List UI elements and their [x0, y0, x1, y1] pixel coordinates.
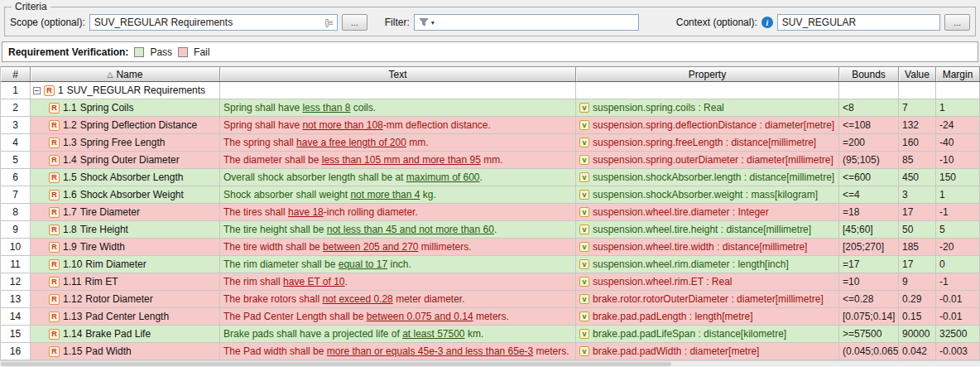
filter-funnel-icon[interactable]	[419, 17, 429, 27]
requirement-name-cell[interactable]: R 1.3 Spring Free Length	[31, 134, 220, 152]
value-cell[interactable]: 9	[899, 273, 936, 291]
requirement-text-cell[interactable]: Brake pads shall have a projected life o…	[220, 326, 576, 343]
table-row[interactable]: 11 R 1.10 Rim Diameter The rim diameter …	[1, 256, 980, 273]
table-row[interactable]: 6 R 1.5 Shock Absorber Length Overall sh…	[1, 169, 980, 186]
bounds-cell[interactable]: <=4	[839, 186, 899, 204]
bounds-cell[interactable]: =10	[839, 273, 899, 291]
table-row[interactable]: 16 R 1.15 Pad Width The Pad width shall …	[1, 343, 980, 360]
horizontal-scrollbar[interactable]	[0, 360, 980, 366]
property-cell[interactable]: v suspension.wheel.tire.height : distanc…	[576, 221, 839, 239]
requirement-text-cell[interactable]: The tire height shall be not less than 4…	[220, 221, 576, 239]
bounds-cell[interactable]: [205;270]	[839, 239, 899, 256]
requirement-text-cell[interactable]: The tire width shall be between 205 and …	[220, 239, 576, 256]
requirement-name-cell[interactable]: R 1.12 Rotor Diameter	[31, 291, 220, 308]
bounds-cell[interactable]: <=600	[839, 169, 899, 186]
margin-cell[interactable]: -24	[936, 117, 980, 134]
requirement-name-cell[interactable]: R 1.6 Shock Absorber Weight	[31, 186, 220, 204]
property-cell[interactable]: v suspension.spring.freeLength : distanc…	[576, 134, 839, 152]
value-cell[interactable]: 7	[899, 99, 936, 117]
value-cell[interactable]: 132	[899, 117, 936, 134]
margin-cell[interactable]	[936, 82, 980, 99]
scope-input[interactable]: SUV_REGULAR Requirements {}≡	[89, 14, 338, 31]
column-header-bounds[interactable]: Bounds	[839, 67, 899, 81]
requirement-name-cell[interactable]: R 1.13 Pad Center Length	[31, 308, 220, 326]
margin-cell[interactable]: 32500	[936, 326, 980, 343]
property-cell[interactable]: v suspension.shockAbsorber.length : dist…	[576, 169, 839, 186]
filter-dropdown-caret[interactable]: ▾	[431, 19, 435, 27]
column-header-number[interactable]: #	[1, 67, 31, 81]
margin-cell[interactable]: -40	[936, 134, 980, 152]
property-cell[interactable]: v suspension.wheel.tire.diameter : Integ…	[576, 204, 839, 221]
margin-cell[interactable]: -1	[936, 204, 980, 221]
table-row[interactable]: 13 R 1.12 Rotor Diameter The brake rotor…	[1, 291, 980, 308]
requirement-text-cell[interactable]: Spring shall have less than 8 coils.	[220, 99, 576, 117]
property-cell[interactable]: v suspension.spring.coils : Real	[576, 99, 839, 117]
context-browse-button[interactable]: ...	[944, 14, 970, 31]
property-cell[interactable]: v suspension.spring.outerDiameter : diam…	[576, 152, 839, 169]
property-cell[interactable]: v brake.pad.padWidth : diameter[metre]	[576, 343, 839, 360]
requirement-name-cell[interactable]: R 1.4 Spring Outer Diameter	[31, 152, 220, 169]
bounds-cell[interactable]: >=57500	[839, 326, 899, 343]
margin-cell[interactable]: -20	[936, 239, 980, 256]
requirement-name-cell[interactable]: R 1.7 Tire Diameter	[31, 204, 220, 221]
margin-cell[interactable]: 5	[936, 221, 980, 239]
property-cell[interactable]: v suspension.spring.deflectionDistance :…	[576, 117, 839, 134]
table-row[interactable]: 2 R 1.1 Spring Coils Spring shall have l…	[1, 99, 980, 117]
column-header-property[interactable]: Property	[576, 67, 839, 81]
scope-template-icon[interactable]: {}≡	[324, 18, 333, 27]
bounds-cell[interactable]: [0.075;0.14]	[839, 308, 899, 326]
value-cell[interactable]: 50	[899, 221, 936, 239]
margin-cell[interactable]: 1	[936, 99, 980, 117]
bounds-cell[interactable]: (95;105)	[839, 152, 899, 169]
property-cell[interactable]: v brake.pad.padLifeSpan : distance[kilom…	[576, 326, 839, 343]
bounds-cell[interactable]: [45;60]	[839, 221, 899, 239]
margin-cell[interactable]: -0.01	[936, 308, 980, 326]
margin-cell[interactable]: -10	[936, 152, 980, 169]
value-cell[interactable]: 85	[899, 152, 936, 169]
value-cell[interactable]: 3	[899, 186, 936, 204]
table-row[interactable]: 15 R 1.14 Brake Pad Life Brake pads shal…	[1, 326, 980, 343]
value-cell[interactable]: 0.29	[899, 291, 936, 308]
value-cell[interactable]: 185	[899, 239, 936, 256]
sort-ascending-icon[interactable]: △	[108, 70, 113, 79]
requirement-name-cell[interactable]: R 1.1 Spring Coils	[31, 99, 220, 117]
margin-cell[interactable]: 1	[936, 186, 980, 204]
margin-cell[interactable]: -1	[936, 273, 980, 291]
context-input[interactable]: SUV_REGULAR	[777, 14, 940, 31]
margin-cell[interactable]: 0	[936, 256, 980, 273]
margin-cell[interactable]: -0.01	[936, 291, 980, 308]
table-row[interactable]: 3 R 1.2 Spring Deflection Distance Sprin…	[1, 117, 980, 134]
requirement-text-cell[interactable]: The Pad Center Length shall be between 0…	[220, 308, 576, 326]
requirement-name-cell[interactable]: R 1.15 Pad Width	[31, 343, 220, 360]
value-cell[interactable]	[899, 82, 936, 99]
table-row[interactable]: 9 R 1.8 Tire Height The tire height shal…	[1, 221, 980, 239]
value-cell[interactable]: 160	[899, 134, 936, 152]
bounds-cell[interactable]: =17	[839, 256, 899, 273]
requirement-text-cell[interactable]: The spring shall have a free length of 2…	[220, 134, 576, 152]
requirement-text-cell[interactable]: The rim diameter shall be equal to 17 in…	[220, 256, 576, 273]
property-cell[interactable]: v brake.rotor.rotorOuterDiameter : diame…	[576, 291, 839, 308]
table-row[interactable]: 10 R 1.9 Tire Width The tire width shall…	[1, 239, 980, 256]
requirement-text-cell[interactable]: Overall shock absorber length shall be a…	[220, 169, 576, 186]
value-cell[interactable]: 450	[899, 169, 936, 186]
property-cell[interactable]: v suspension.shockAbsorber.weight : mass…	[576, 186, 839, 204]
requirement-name-cell[interactable]: R 1.11 Rim ET	[31, 273, 220, 291]
value-cell[interactable]: 0.042	[899, 343, 936, 360]
requirement-name-cell[interactable]: R 1.5 Shock Absorber Length	[31, 169, 220, 186]
requirement-text-cell[interactable]: The rim shall have ET of 10.	[220, 273, 576, 291]
expand-collapse-icon[interactable]: −	[33, 87, 41, 94]
requirement-text-cell[interactable]: The diameter shall be less than 105 mm a…	[220, 152, 576, 169]
bounds-cell[interactable]: <=0.28	[839, 291, 899, 308]
value-cell[interactable]: 0.15	[899, 308, 936, 326]
filter-input[interactable]: ▾	[414, 14, 639, 31]
column-header-name[interactable]: △Name	[31, 67, 220, 81]
table-row[interactable]: 14 R 1.13 Pad Center Length The Pad Cent…	[1, 308, 980, 326]
requirement-text-cell[interactable]	[220, 82, 576, 99]
requirement-name-cell[interactable]: R 1.10 Rim Diameter	[31, 256, 220, 273]
table-row[interactable]: 12 R 1.11 Rim ET The rim shall have ET o…	[1, 273, 980, 291]
horizontal-scrollbar-thumb[interactable]	[1, 362, 671, 366]
property-cell[interactable]: v brake.pad.padLength : length[metre]	[576, 308, 839, 326]
requirement-name-cell[interactable]: R 1.14 Brake Pad Life	[31, 326, 220, 343]
margin-cell[interactable]: 150	[936, 169, 980, 186]
requirement-name-cell[interactable]: − R 1 SUV_REGULAR Requirements	[31, 82, 220, 99]
